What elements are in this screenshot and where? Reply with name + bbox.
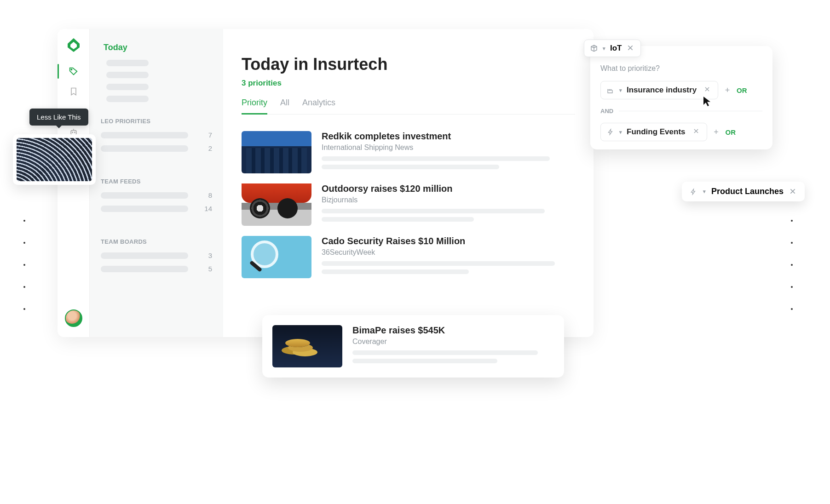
factory-icon [606, 86, 615, 94]
cube-icon [590, 44, 598, 52]
article-source: International Shipping News [322, 143, 575, 152]
close-icon[interactable] [789, 188, 797, 196]
main-content: Today in Insurtech 3 priorities Priority… [223, 29, 594, 337]
svg-point-3 [74, 132, 75, 133]
chip-label: Funding Events [627, 127, 686, 137]
chevron-down-icon: ▾ [703, 189, 706, 195]
fingerprint-image [17, 138, 92, 181]
app-window: Today LEO PRIORITIES 7 2 TEAM FEEDS 8 14… [58, 29, 594, 337]
section-heading: TEAM BOARDS [101, 238, 212, 245]
sidebar-item[interactable]: 14 [101, 205, 212, 212]
product-launches-chip[interactable]: ▾ Product Launches [682, 182, 805, 201]
page-subtitle: 3 priorities [242, 79, 575, 88]
page-title: Today in Insurtech [242, 55, 575, 74]
add-button[interactable]: + [712, 127, 721, 137]
industry-chip[interactable]: ▾ Insurance industry [600, 81, 718, 99]
article-row[interactable]: Redkik completes investment Internationa… [242, 131, 575, 173]
sidebar-item[interactable]: 5 [101, 265, 212, 273]
priority-row-1: ▾ Insurance industry + OR [600, 81, 762, 99]
or-label: OR [737, 86, 747, 94]
skeleton-line [322, 217, 474, 222]
skeleton-line [322, 165, 499, 169]
tab-all[interactable]: All [280, 98, 289, 114]
tab-analytics[interactable]: Analytics [302, 98, 335, 114]
sidebar: Today LEO PRIORITIES 7 2 TEAM FEEDS 8 14… [90, 29, 223, 337]
prioritize-question: What to prioritize? [600, 64, 762, 73]
chevron-down-icon: ▾ [619, 87, 622, 93]
skeleton-line [106, 72, 149, 78]
skeleton-line [322, 156, 550, 161]
close-icon[interactable] [693, 128, 701, 136]
skeleton-line [322, 269, 469, 274]
priority-popup: ▾ IoT What to prioritize? ▾ Insurance in… [590, 46, 772, 149]
article-row[interactable]: Outdoorsy raises $120 million Bizjournal… [242, 183, 575, 226]
article-title: Cado Security Raises $10 Million [322, 236, 575, 246]
app-logo [66, 37, 81, 53]
less-like-this-card[interactable] [13, 134, 96, 185]
article-thumbnail [272, 325, 342, 367]
avatar[interactable] [65, 309, 82, 327]
chip-label: Insurance industry [627, 86, 697, 95]
priority-row-2: ▾ Funding Events + OR [590, 123, 772, 141]
sidebar-section-teamfeeds: TEAM FEEDS 8 14 [90, 173, 223, 221]
seed-chip[interactable]: ▾ IoT [584, 40, 641, 57]
tooltip-text: Less Like This [37, 113, 81, 121]
sidebar-item[interactable]: 8 [101, 191, 212, 199]
sidebar-item[interactable]: 7 [101, 131, 212, 139]
close-icon[interactable] [704, 86, 712, 94]
and-label: AND [600, 108, 613, 115]
close-icon[interactable] [627, 44, 635, 52]
bolt-icon [606, 128, 615, 136]
tag-icon[interactable] [68, 66, 79, 77]
and-separator: AND [590, 99, 772, 123]
sidebar-item[interactable]: 2 [101, 144, 212, 152]
chip-label: IoT [610, 44, 622, 53]
section-heading: LEO PRIORITIES [101, 118, 212, 125]
article-title: Outdoorsy raises $120 million [322, 183, 575, 194]
skeleton-line [106, 60, 149, 66]
skeleton-line [352, 350, 538, 355]
section-heading: TEAM FEEDS [101, 178, 212, 185]
article-thumbnail [242, 183, 311, 226]
article-title: BimaPe raises $545K [352, 325, 554, 336]
decorative-dots-left [23, 220, 25, 310]
chip-label: Product Launches [711, 187, 784, 196]
skeleton-line [322, 261, 555, 266]
svg-point-2 [72, 132, 73, 133]
skeleton-line [322, 209, 545, 213]
sidebar-item[interactable]: 3 [101, 252, 212, 259]
article-source: 36SecurityWeek [322, 248, 575, 257]
featured-article-card[interactable]: BimaPe raises $545K Coverager [262, 315, 564, 378]
cursor-icon [703, 96, 712, 107]
article-source: Coverager [352, 338, 554, 346]
bolt-icon [689, 188, 697, 196]
bookmark-icon[interactable] [68, 86, 79, 97]
less-like-this-tooltip: Less Like This [29, 109, 88, 126]
sidebar-active-label[interactable]: Today [95, 40, 223, 60]
decorative-dots-right [791, 220, 793, 310]
add-button[interactable]: + [723, 86, 732, 95]
sidebar-section-teamboards: TEAM BOARDS 3 5 [90, 234, 223, 281]
chevron-down-icon: ▾ [603, 46, 605, 52]
chevron-down-icon: ▾ [619, 129, 622, 135]
svg-point-0 [71, 69, 72, 70]
skeleton-line [352, 359, 497, 363]
skeleton-line [106, 84, 149, 90]
article-title: Redkik completes investment [322, 131, 575, 142]
or-label: OR [726, 128, 736, 136]
article-row[interactable]: Cado Security Raises $10 Million 36Secur… [242, 236, 575, 278]
funding-chip[interactable]: ▾ Funding Events [600, 123, 707, 141]
tabs: Priority All Analytics [242, 98, 575, 115]
skeleton-line [106, 96, 149, 102]
sidebar-section-priorities: LEO PRIORITIES 7 2 [90, 113, 223, 160]
article-thumbnail [242, 131, 311, 173]
article-thumbnail [242, 236, 311, 278]
article-source: Bizjournals [322, 196, 575, 204]
tab-priority[interactable]: Priority [242, 98, 267, 115]
article-list: Redkik completes investment Internationa… [242, 131, 575, 278]
